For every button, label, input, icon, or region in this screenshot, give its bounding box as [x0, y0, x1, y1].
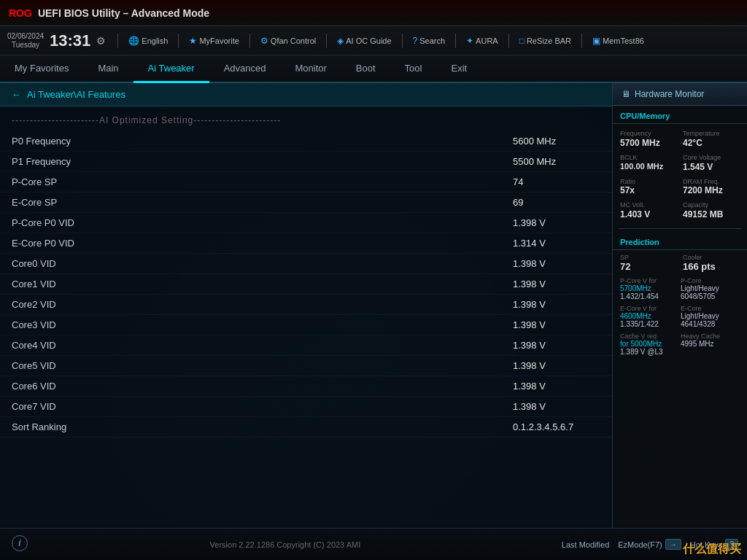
- rog-logo: ROG: [9, 7, 32, 19]
- date-display: 02/06/2024 Tuesday: [7, 32, 44, 50]
- hw-prediction-section: Prediction: [613, 232, 747, 250]
- nav-favorites[interactable]: My Favorites: [0, 55, 83, 83]
- nav-main[interactable]: Main: [83, 55, 133, 83]
- resizebar-icon: □: [519, 36, 525, 46]
- toolbar: 02/06/2024 Tuesday 13:31 ⚙ 🌐 English ★ M…: [0, 26, 747, 55]
- info-icon[interactable]: i: [12, 535, 28, 551]
- table-row[interactable]: E-Core P0 VID 1.314 V: [0, 233, 612, 254]
- nav-menu: My Favorites Main Ai Tweaker Advanced Mo…: [0, 55, 747, 83]
- hw-frequency-cell: Frequency 5700 MHz: [617, 127, 680, 151]
- table-row[interactable]: Core2 VID 1.398 V: [0, 295, 612, 315]
- table-row[interactable]: P1 Frequency 5500 MHz: [0, 152, 612, 172]
- left-panel: ← Ai Tweaker\AI Features ---------------…: [0, 83, 612, 528]
- language-icon: 🌐: [128, 36, 139, 46]
- settings-gear-icon[interactable]: ⚙: [96, 35, 106, 47]
- ezmode-key: →: [665, 539, 681, 550]
- table-row[interactable]: Core0 VID 1.398 V: [0, 254, 612, 274]
- hw-pcore-v-block: P-Core V for 5700MHz 1.432/1.454 P-Core …: [613, 276, 747, 303]
- hw-pcore-lh-right: P-Core Light/Heavy 6048/5705: [681, 277, 740, 300]
- hw-cooler-cell: Cooler 166 pts: [680, 252, 743, 274]
- hw-mc-volt-cell: MC Volt. 1.403 V: [617, 198, 680, 222]
- memtest-icon: ▣: [592, 36, 600, 46]
- hw-capacity-cell: Capacity 49152 MB: [680, 198, 743, 222]
- nav-tool[interactable]: Tool: [390, 55, 437, 83]
- toolbar-divider-7: [508, 34, 509, 48]
- table-row[interactable]: Sort Ranking 0.1.2.3.4.5.6.7: [0, 417, 612, 438]
- nav-advanced[interactable]: Advanced: [209, 55, 281, 83]
- toolbar-divider-5: [402, 34, 403, 48]
- favorite-icon: ★: [189, 36, 197, 46]
- aioc-icon: ◈: [337, 36, 344, 46]
- table-row[interactable]: Core4 VID 1.398 V: [0, 335, 612, 356]
- toolbar-search[interactable]: ? Search: [409, 34, 450, 48]
- table-row[interactable]: P-Core P0 VID 1.398 V: [0, 213, 612, 233]
- footer: i Version 2.22.1286 Copyright (C) 2023 A…: [0, 528, 747, 560]
- hw-ecore-lh-right: E-Core Light/Heavy 4641/4328: [681, 305, 740, 328]
- hw-cache-v-left: Cache V req for 5000MHz 1.389 V @L3: [620, 332, 679, 356]
- main-content: ← Ai Tweaker\AI Features ---------------…: [0, 83, 747, 528]
- footer-version: Version 2.22.1286 Copyright (C) 2023 AMI: [9, 540, 562, 549]
- hw-pcore-v-left: P-Core V for 5700MHz 1.432/1.454: [620, 277, 679, 300]
- time-display: 13:31: [50, 31, 90, 50]
- toolbar-divider-8: [581, 34, 582, 48]
- hw-bclk-cell: BCLK 100.00 MHz: [617, 151, 680, 175]
- hw-dram-freq-cell: DRAM Freq. 7200 MHz: [680, 175, 743, 199]
- hw-cpu-section: CPU/Memory: [613, 106, 747, 124]
- settings-table: ------------------------AI Optimized Set…: [0, 106, 612, 528]
- table-row[interactable]: Core7 VID 1.398 V: [0, 397, 612, 417]
- toolbar-aioc[interactable]: ◈ AI OC Guide: [333, 34, 395, 48]
- hardware-monitor-panel: 🖥 Hardware Monitor CPU/Memory Frequency …: [612, 83, 747, 528]
- hw-ratio-cell: Ratio 57x: [617, 175, 680, 199]
- hw-core-voltage-cell: Core Voltage 1.545 V: [680, 151, 743, 175]
- hw-divider: [619, 228, 741, 229]
- toolbar-divider-4: [326, 34, 327, 48]
- app-title: UEFI BIOS Utility – Advanced Mode: [38, 7, 209, 19]
- ezmode-btn[interactable]: EzMode(F7) →: [618, 539, 681, 550]
- nav-monitor[interactable]: Monitor: [281, 55, 341, 83]
- toolbar-divider-3: [249, 34, 250, 48]
- breadcrumb-path: Ai Tweaker\AI Features: [27, 89, 125, 100]
- nav-boot[interactable]: Boot: [341, 55, 390, 83]
- breadcrumb[interactable]: ← Ai Tweaker\AI Features: [0, 83, 612, 106]
- watermark: 什么值得买: [683, 542, 741, 557]
- hw-cache-v-block: Cache V req for 5000MHz 1.389 V @L3 Heav…: [613, 331, 747, 360]
- table-row[interactable]: P-Core SP 74: [0, 172, 612, 192]
- hw-cpu-grid: Frequency 5700 MHz Temperature 42°C BCLK…: [613, 124, 747, 225]
- monitor-icon: 🖥: [622, 89, 630, 99]
- table-row[interactable]: Core6 VID 1.398 V: [0, 376, 612, 397]
- nav-ai-tweaker[interactable]: Ai Tweaker: [133, 55, 209, 83]
- hw-ecore-v-left: E-Core V for 4600MHz 1.335/1.422: [620, 305, 679, 328]
- footer-actions: Last Modified EzMode(F7) → Hot Keys ? 什么…: [562, 539, 738, 550]
- last-modified-btn[interactable]: Last Modified: [562, 540, 609, 549]
- hw-sp-cell: SP 72: [617, 252, 680, 274]
- table-row[interactable]: P0 Frequency 5600 MHz: [0, 131, 612, 152]
- hw-heavy-cache-right: Heavy Cache 4995 MHz: [681, 332, 740, 356]
- title-bar: ROG UEFI BIOS Utility – Advanced Mode: [0, 0, 747, 26]
- settings-header: ------------------------AI Optimized Set…: [0, 109, 612, 131]
- toolbar-memtest[interactable]: ▣ MemTest86: [588, 34, 649, 48]
- table-row[interactable]: Core1 VID 1.398 V: [0, 274, 612, 295]
- hw-monitor-title: 🖥 Hardware Monitor: [613, 83, 747, 106]
- table-row[interactable]: Core3 VID 1.398 V: [0, 315, 612, 335]
- toolbar-myfavorite[interactable]: ★ MyFavorite: [185, 34, 243, 48]
- aura-icon: ✦: [466, 36, 473, 46]
- breadcrumb-arrow: ←: [12, 89, 21, 100]
- search-icon: ?: [413, 36, 418, 46]
- qfan-icon: ⚙: [260, 36, 268, 46]
- hw-prediction-grid: SP 72 Cooler 166 pts: [613, 250, 747, 276]
- table-row[interactable]: E-Core SP 69: [0, 192, 612, 213]
- table-row[interactable]: Core5 VID 1.398 V: [0, 356, 612, 376]
- toolbar-language[interactable]: 🌐 English: [124, 34, 172, 48]
- toolbar-divider-1: [117, 34, 118, 48]
- toolbar-qfan[interactable]: ⚙ Qfan Control: [256, 34, 320, 48]
- hw-temperature-cell: Temperature 42°C: [680, 127, 743, 151]
- toolbar-divider-2: [178, 34, 179, 48]
- nav-exit[interactable]: Exit: [436, 55, 481, 83]
- hw-ecore-v-block: E-Core V for 4600MHz 1.335/1.422 E-Core …: [613, 303, 747, 331]
- toolbar-resizebar[interactable]: □ ReSize BAR: [515, 34, 576, 48]
- toolbar-divider-6: [455, 34, 456, 48]
- toolbar-aura[interactable]: ✦ AURA: [462, 34, 503, 48]
- watermark-text: 什么值得买: [683, 542, 741, 557]
